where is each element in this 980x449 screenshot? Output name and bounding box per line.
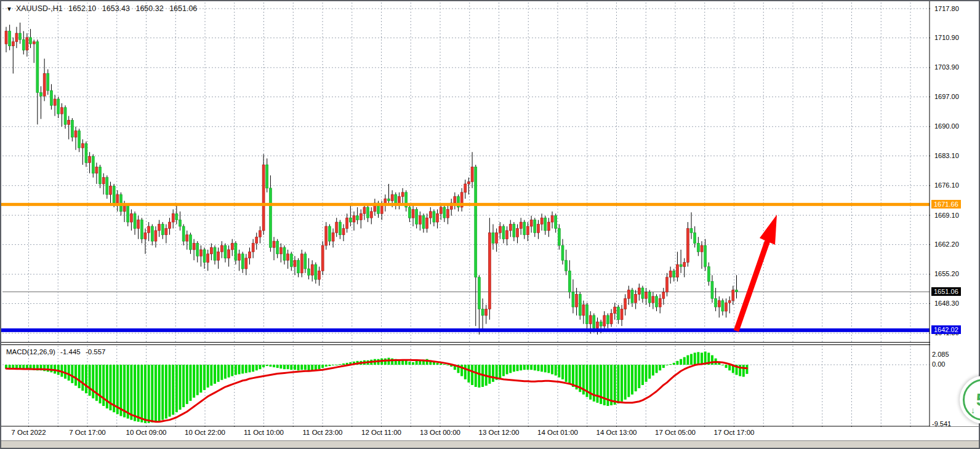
candle-body [527,226,529,235]
macd-histogram-bar [523,365,526,370]
price-axis-label: 1676.10 [934,181,959,189]
candle-body [276,241,279,254]
candle-body [300,254,303,273]
macd-histogram-bar [294,365,296,370]
macd-histogram-bar [140,365,143,423]
candle-body [238,254,241,260]
candle-body [127,205,129,222]
macd-histogram-bar [238,365,241,374]
macd-histogram-bar [304,365,307,370]
candle-body [273,241,275,247]
candle-body [523,222,526,235]
trend-arrow-layer[interactable] [736,215,777,331]
candle-body [259,231,261,237]
notification-count: 5 [976,389,980,410]
macd-histogram-bar [683,357,686,365]
support-price-badge: 1642.02 [931,325,961,334]
candle-body [576,294,578,307]
macd-histogram-bar [467,365,470,383]
candle-body [196,244,199,256]
macd-histogram-bar [214,365,216,384]
candle-body [5,31,7,44]
macd-histogram-bar [694,352,696,365]
macd-histogram-bar [558,365,560,378]
candle-body [318,271,321,279]
candle-body [481,309,484,316]
candle-body [332,232,334,241]
macd-histogram-bar [95,365,98,401]
macd-histogram-bar [635,365,637,391]
mt4-chart-window: { "window": { "title": "XAUUSD-,H1", "dr… [0,0,980,449]
support-line [0,328,930,332]
candle-body [530,220,532,226]
candle-body [600,322,602,326]
candle-body [513,224,515,237]
candle-body [471,167,473,181]
candle-body [627,290,630,298]
price-axis-label: 1648.30 [934,300,959,307]
candle-body [475,167,477,277]
macd-histogram-bar [207,365,209,387]
macd-histogram-bar [74,365,77,386]
candle-body [464,184,467,193]
candle-body [711,282,713,299]
candle-body [478,277,480,309]
resistance-line [0,203,930,206]
macd-histogram-bar [690,354,693,365]
candle-body [603,316,606,326]
macd-histogram-bar [148,365,150,423]
candlestick-layer [5,23,738,335]
candle-body [704,245,707,267]
candle-body [686,228,689,262]
candle-body [419,216,421,224]
candle-body [186,235,188,241]
candle-body [89,156,91,162]
macd-histogram-bar [614,365,616,405]
candle-body [718,301,720,307]
candle-body [380,205,383,213]
candle-body [572,292,574,307]
candle-body [262,165,265,231]
macd-histogram-bar [680,359,682,365]
candle-body [203,250,206,263]
macd-histogram-bar [224,365,227,379]
candle-body [593,316,595,328]
macd-histogram-bar [328,365,331,366]
candle-body [283,247,286,260]
time-axis[interactable]: 7 Oct 20227 Oct 17:0010 Oct 09:0010 Oct … [0,427,980,440]
macd-histogram-bar [252,365,254,372]
macd-histogram-bar [701,352,703,365]
macd-histogram-bar [509,365,512,373]
macd-histogram-bar [540,365,543,372]
candle-body [725,303,728,311]
candle-body [631,290,633,303]
macd-histogram-bar [127,365,129,419]
macd-histogram-bar [527,365,529,370]
time-axis-label: 10 Oct 09:00 [126,429,167,436]
candle-body [245,258,247,269]
candle-body [707,267,710,282]
macd-histogram-bar [416,361,418,365]
chevron-down-icon[interactable]: ▼ [6,6,12,12]
candle-body [697,244,699,252]
macd-histogram-bar [520,365,522,370]
macd-histogram-bar [276,365,279,368]
candle-body [328,226,331,241]
chart-canvas[interactable] [0,0,980,449]
candle-body [12,42,14,46]
candle-body [290,254,292,267]
candle-body [638,288,640,294]
macd-histogram-bar [492,365,494,382]
candle-body [151,226,153,241]
candle-body [255,237,258,243]
macd-histogram-bar [631,365,633,394]
macd-histogram-bar [161,365,164,420]
macd-histogram-bar [544,365,547,372]
candle-body [589,316,592,324]
candle-body [172,213,174,222]
candle-body [537,224,539,233]
macd-histogram-bar [627,365,630,397]
close-value: 1651.06 [169,4,197,13]
candle-body [335,222,338,232]
candle-body [586,305,588,324]
